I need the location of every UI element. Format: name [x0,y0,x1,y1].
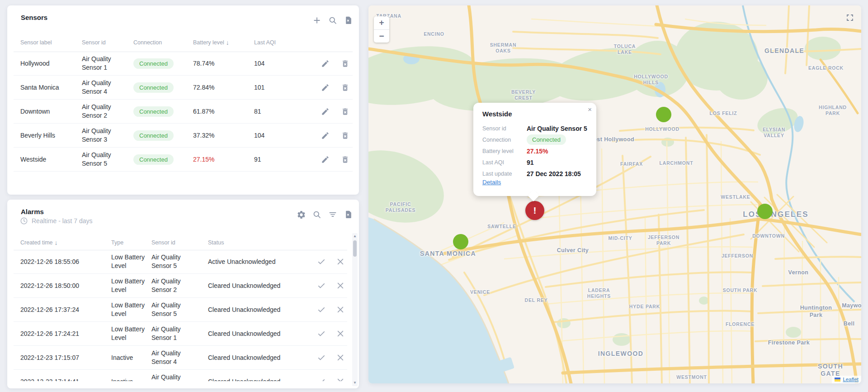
connection-status-badge: Connected [133,82,174,93]
search-button[interactable] [311,209,323,220]
close-icon [336,377,345,381]
alarms-timewindow[interactable]: Realtime - last 7 days [20,217,93,225]
acknowledge-alarm-button[interactable] [316,376,327,381]
tooltip-field-value: 91 [527,159,591,166]
col-sensor-id[interactable]: Sensor id [82,39,133,46]
acknowledge-alarm-button[interactable] [316,256,327,268]
col-status[interactable]: Status [208,239,306,246]
last-aqi-cell: 104 [254,60,319,67]
add-entity-button[interactable] [311,14,323,26]
alarms-table-body: 2022-12-26 18:55:06 Low Battery Level Ai… [14,250,347,381]
edit-sensor-button[interactable] [319,57,331,69]
col-battery-level[interactable]: Battery level↓ [193,39,254,46]
alarms-scrollbar[interactable]: ▲ ▼ [352,233,358,386]
alarm-sensor-id-cell: Air Quality Sensor 4 [151,349,198,366]
col-sensor-label[interactable]: Sensor label [14,39,82,46]
tooltip-field-value: Air Quality Sensor 5 [527,125,591,132]
delete-sensor-button[interactable] [339,129,351,141]
edit-sensor-button[interactable] [319,153,331,165]
edit-sensor-button[interactable] [319,105,331,117]
col-last-aqi[interactable]: Last AQI [254,39,319,46]
acknowledge-alarm-button[interactable] [316,352,327,363]
acknowledge-alarm-button[interactable] [316,328,327,339]
pencil-icon [321,59,330,68]
sensor-marker[interactable] [656,107,671,122]
edit-sensor-button[interactable] [319,81,331,93]
export-icon [344,16,353,25]
close-icon [336,329,345,338]
clear-alarm-button[interactable] [335,256,346,268]
clear-alarm-button[interactable] [335,280,346,292]
clear-alarm-button[interactable] [335,352,346,363]
col-connection[interactable]: Connection [133,39,193,46]
sensor-table-row[interactable]: Downtown Air Quality Sensor 2 Connected … [14,100,353,124]
map-zoom-control: + − [374,16,389,43]
trash-icon [341,131,349,140]
check-icon [317,257,326,266]
trash-icon [341,107,349,116]
map-canvas[interactable] [368,5,861,383]
clear-alarm-button[interactable] [335,376,346,381]
alarm-table-row[interactable]: 2022-12-26 18:50:00 Low Battery Level Ai… [14,274,347,298]
sensors-widget: Sensors Sensor label Sensor id Connectio… [7,5,359,195]
tooltip-field-row: ConnectionConnected [482,134,591,145]
sensor-marker[interactable] [757,204,773,219]
export-button[interactable] [343,209,354,220]
acknowledge-alarm-button[interactable] [316,280,327,292]
alarm-type-cell: Inactive [111,354,151,362]
leaflet-link[interactable]: Leaflet [843,377,859,382]
alarm-table-row[interactable]: 2022-12-26 17:37:24 Low Battery Level Ai… [14,298,347,322]
alarm-status-cell: Active Unacknowledged [208,258,306,265]
alarm-table-row[interactable]: 2022-12-23 17:14:41 Inactive Air Quality… [14,370,347,381]
tooltip-field-row: Last AQI91 [482,157,591,168]
sensors-title: Sensors [21,14,47,21]
alarm-status-cell: Cleared Unacknowledged [208,306,306,313]
alarm-type-cell: Inactive [111,378,151,382]
battery-level-cell: 37.32% [193,132,254,139]
sensor-table-row[interactable]: Westside Air Quality Sensor 5 Connected … [14,148,353,172]
col-sensor-id[interactable]: Sensor id [151,239,208,246]
close-icon[interactable]: × [588,105,592,113]
edit-sensor-button[interactable] [319,129,331,141]
scroll-down-icon[interactable]: ▼ [352,380,358,386]
sensor-table-row[interactable]: Hollywood Air Quality Sensor 1 Connected… [14,52,353,76]
details-link[interactable]: Details [482,179,501,186]
zoom-out-button[interactable]: − [374,30,389,43]
settings-button[interactable] [295,209,307,220]
alarms-title: Alarms [21,208,44,215]
filter-button[interactable] [327,209,339,220]
close-icon [336,353,345,362]
alarm-table-row[interactable]: 2022-12-23 17:15:07 Inactive Air Quality… [14,346,347,370]
delete-sensor-button[interactable] [339,81,351,93]
col-created-time[interactable]: Created time↓ [14,239,111,246]
clear-alarm-button[interactable] [335,304,346,316]
sensor-label-cell: Hollywood [14,60,82,67]
alarm-sensor-id-cell: Air Quality Sensor 2 [151,277,198,294]
battery-level-cell: 78.74% [193,60,254,67]
ukraine-flag-icon [835,378,840,382]
alarm-table-row[interactable]: 2022-12-26 17:24:21 Low Battery Level Ai… [14,322,347,346]
tooltip-field-row: Battery level27.15% [482,145,591,157]
fullscreen-button[interactable] [846,14,854,24]
sensor-table-row[interactable]: Santa Monica Air Quality Sensor 4 Connec… [14,76,353,100]
sensor-table-row[interactable]: Beverly Hills Air Quality Sensor 3 Conne… [14,124,353,148]
sensor-id-cell: Air Quality Sensor 1 [82,55,128,72]
zoom-in-button[interactable]: + [374,16,389,30]
delete-sensor-button[interactable] [339,153,351,165]
alarm-type-cell: Low Battery Level [111,301,151,318]
acknowledge-alarm-button[interactable] [316,304,327,316]
alarm-table-row[interactable]: 2022-12-26 18:55:06 Low Battery Level Ai… [14,250,347,274]
sensor-label-cell: Westside [14,156,82,163]
delete-sensor-button[interactable] [339,57,351,69]
sensor-marker[interactable] [453,234,468,249]
scrollbar-thumb[interactable] [353,240,357,257]
clear-alarm-button[interactable] [335,328,346,339]
col-type[interactable]: Type [111,239,151,246]
search-button[interactable] [327,14,339,26]
map-widget[interactable]: TARZANAENCINOSHERMAN OAKSTOLUCA LAKEGLEN… [368,5,861,383]
delete-sensor-button[interactable] [339,105,351,117]
export-button[interactable] [343,14,354,26]
pencil-icon [321,83,330,92]
scroll-up-icon[interactable]: ▲ [352,234,358,239]
alert-marker[interactable]: ! [525,201,544,220]
